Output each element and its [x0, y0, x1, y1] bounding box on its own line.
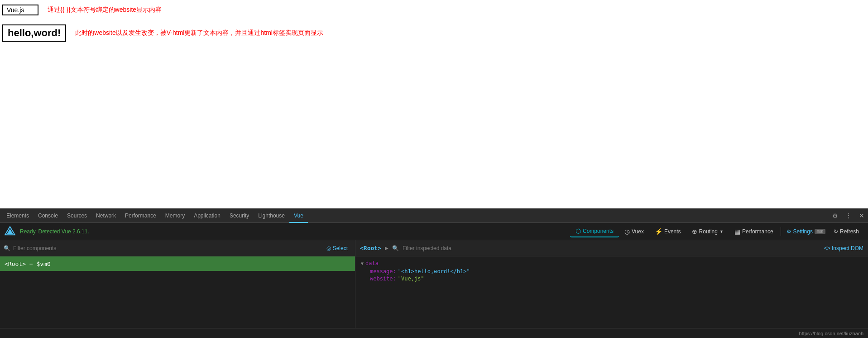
settings-nav-btn[interactable]: ⚙ Settings ⊞⊞: [783, 227, 829, 237]
filter-inspected-input[interactable]: [403, 245, 820, 251]
close-icon[interactable]: ✕: [857, 212, 866, 219]
tab-network[interactable]: Network: [91, 208, 120, 223]
events-nav-btn[interactable]: ⚡ Events: [649, 226, 686, 237]
tab-sources[interactable]: Sources: [62, 208, 91, 223]
website-value: "Vue,js": [398, 275, 424, 282]
filter-components-input[interactable]: [13, 245, 320, 251]
tab-performance[interactable]: Performance: [120, 208, 161, 223]
tab-security[interactable]: Security: [225, 208, 254, 223]
settings-badge: ⊞⊞: [815, 229, 825, 234]
vue-logo-icon: [5, 226, 15, 237]
search-icon: 🔍: [4, 245, 10, 251]
tab-application[interactable]: Application: [189, 208, 225, 223]
data-section-label: data: [365, 260, 379, 266]
devtools-icon-group: ⚙ ⋮ ✕: [830, 212, 866, 219]
settings-icon[interactable]: ⚙: [830, 212, 840, 219]
message-value: "<h1>hello,word!</h1>": [398, 268, 470, 275]
routing-chevron-icon: ▼: [719, 229, 724, 234]
component-row-root[interactable]: <Root> = $vm0: [0, 256, 355, 271]
vuex-nav-btn[interactable]: ◷ Vuex: [619, 226, 649, 237]
devtools-panel: Elements Console Sources Network Perform…: [0, 208, 868, 338]
performance-icon: ▦: [734, 228, 740, 235]
message-key: message:: [370, 268, 396, 275]
left-panel: 🔍 ◎ Select <Root> = $vm0: [0, 240, 355, 328]
content-line1: Vue.js 通过{{ }}文本符号绑定的website显示内容: [0, 5, 868, 15]
data-message-item: message: "<h1>hello,word!</h1>": [370, 268, 863, 275]
website-key: website:: [370, 275, 396, 282]
inspect-dom-btn[interactable]: <> Inspect DOM: [824, 245, 863, 251]
status-url: https://blog.csdn.net/liuzhaoh: [799, 331, 863, 336]
refresh-icon: ↻: [834, 228, 838, 235]
vue-ready-text: Ready. Detected Vue 2.6.11.: [20, 228, 89, 235]
settings-gear-icon: ⚙: [786, 228, 791, 235]
right-panel: <Root> ▶ 🔍 <> Inspect DOM ▼ data message…: [355, 240, 868, 328]
data-website-item: website: "Vue,js": [370, 275, 863, 282]
vue-devtools-bar: Ready. Detected Vue 2.6.11. ⬡ Components…: [0, 223, 868, 240]
events-icon: ⚡: [655, 228, 662, 235]
content-desc1: 通过{{ }}文本符号绑定的website显示内容: [48, 6, 162, 14]
content-desc2: 此时的website以及发生改变，被V-html更新了文本内容，并且通过html…: [75, 29, 323, 37]
performance-nav-btn[interactable]: ▦ Performance: [729, 226, 779, 237]
settings-label: Settings: [793, 228, 813, 235]
devtools-tab-bar: Elements Console Sources Network Perform…: [0, 208, 868, 223]
root-tag-label: <Root>: [360, 245, 381, 251]
root-arrow-icon: ▶: [385, 246, 388, 251]
status-bar: https://blog.csdn.net/liuzhaoh: [0, 328, 868, 338]
components-icon: ⬡: [575, 227, 581, 235]
component-row-text: <Root> = $vm0: [5, 261, 51, 267]
routing-label: Routing: [699, 228, 718, 235]
hello-box: hello,word!: [2, 24, 66, 42]
more-icon[interactable]: ⋮: [844, 212, 854, 219]
right-panel-body: ▼ data message: "<h1>hello,word!</h1>" w…: [355, 256, 868, 286]
components-label: Components: [583, 228, 614, 234]
tab-vue[interactable]: Vue: [289, 208, 308, 223]
inspect-icon[interactable]: 🔍: [392, 245, 399, 251]
data-section-header: ▼ data: [361, 260, 863, 266]
vuex-icon: ◷: [624, 228, 630, 235]
tab-memory[interactable]: Memory: [161, 208, 189, 223]
events-label: Events: [664, 228, 681, 235]
components-nav-btn[interactable]: ⬡ Components: [570, 226, 619, 237]
select-btn[interactable]: ◎ Select: [323, 244, 351, 252]
right-panel-header: <Root> ▶ 🔍 <> Inspect DOM: [355, 240, 868, 256]
devtools-body: 🔍 ◎ Select <Root> = $vm0 <Root> ▶ 🔍 <> I…: [0, 240, 868, 328]
tab-elements[interactable]: Elements: [2, 208, 34, 223]
vue-box: Vue.js: [2, 5, 38, 15]
main-content: Vue.js 通过{{ }}文本符号绑定的website显示内容 hello,w…: [0, 0, 868, 208]
performance-label: Performance: [742, 228, 773, 235]
left-panel-header: 🔍 ◎ Select: [0, 240, 355, 256]
content-line2: hello,word! 此时的website以及发生改变，被V-html更新了文…: [0, 24, 868, 42]
select-circle-icon: ◎: [326, 245, 331, 251]
routing-icon: ⊕: [692, 228, 697, 235]
data-collapse-arrow[interactable]: ▼: [361, 261, 364, 266]
refresh-nav-btn[interactable]: ↻ Refresh: [829, 227, 863, 237]
select-label: Select: [333, 245, 348, 251]
routing-nav-btn[interactable]: ⊕ Routing ▼: [686, 226, 729, 237]
refresh-label: Refresh: [840, 228, 859, 235]
nav-separator: [781, 227, 781, 236]
tab-console[interactable]: Console: [34, 208, 62, 223]
vuex-label: Vuex: [632, 228, 644, 235]
tab-lighthouse[interactable]: Lighthouse: [254, 208, 289, 223]
